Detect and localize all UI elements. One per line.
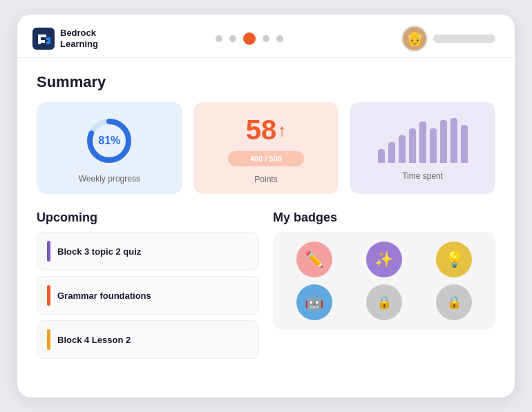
user-area: 👴 [401,26,495,52]
weekly-progress-card: 81% Weekly progress [37,102,182,194]
upcoming-text-2: Grammar foundations [57,291,151,301]
badge-locked-2: 🔒 [436,284,472,320]
nav-dot-4[interactable] [263,35,269,42]
bar-9 [461,125,468,163]
time-spent-card: Time spent [350,102,495,194]
donut-label: 81% [98,135,120,147]
nav-dot-5[interactable] [276,35,283,42]
svg-rect-0 [32,28,55,50]
badge-idea[interactable]: 💡 [436,242,472,277]
summary-cards: 81% Weekly progress 58 ↑ 480 / 500 Point… [37,102,495,194]
points-value: 58 ↑ [246,115,287,146]
badges-grid-wrap: ✏️ ✨ 💡 🤖 🔒 🔒 [273,232,495,330]
bar-6 [430,128,437,163]
badges-section: My badges ✏️ ✨ 💡 🤖 🔒 🔒 [273,210,495,359]
upcoming-item-3[interactable]: Block 4 Lesson 2 [37,320,259,359]
logo-text: Bedrock Learning [60,28,98,49]
upcoming-title: Upcoming [37,210,259,225]
badge-magic[interactable]: ✨ [366,242,402,277]
badge-pencil[interactable]: ✏️ [296,242,332,277]
header: Bedrock Learning 👴 [17,14,515,58]
donut-chart: 81% [84,116,134,166]
summary-title: Summary [37,73,495,91]
bar-4 [409,128,416,163]
main-content: Summary 81% Weekly progress 58 ↑ [17,58,515,398]
upcoming-dot-1 [47,241,50,262]
avatar[interactable]: 👴 [401,26,428,52]
nav-dot-2[interactable] [229,35,236,42]
nav-dot-3[interactable] [243,32,256,45]
logo-icon [32,28,55,50]
upcoming-dot-3 [47,329,50,350]
upcoming-item-1[interactable]: Block 3 topic 2 quiz [37,232,259,271]
upcoming-item-2[interactable]: Grammar foundations [37,276,259,315]
user-name-bar [433,35,495,43]
bar-2 [388,142,395,163]
upcoming-section: Upcoming Block 3 topic 2 quiz Grammar fo… [37,210,259,359]
upcoming-list: Block 3 topic 2 quiz Grammar foundations… [37,232,259,359]
logo-area: Bedrock Learning [32,28,98,50]
main-card: Bedrock Learning 👴 Summary [17,14,515,398]
upcoming-text-1: Block 3 topic 2 quiz [57,246,141,257]
bar-chart [378,118,468,163]
points-card: 58 ↑ 480 / 500 Points [193,102,339,194]
bottom-section: Upcoming Block 3 topic 2 quiz Grammar fo… [37,210,495,359]
weekly-progress-label: Weekly progress [79,174,140,184]
points-arrow-icon: ↑ [278,121,286,140]
badge-robot[interactable]: 🤖 [296,284,332,320]
points-label: Points [254,175,277,184]
time-spent-label: Time spent [402,171,443,181]
bar-5 [419,121,426,163]
badges-title: My badges [273,210,495,225]
nav-dots [216,32,283,45]
nav-dot-1[interactable] [216,35,222,42]
bar-3 [399,135,406,163]
points-progress-bar: 480 / 500 [228,151,304,166]
points-progress-label: 480 / 500 [250,155,282,163]
upcoming-dot-2 [47,285,50,306]
badge-locked-1: 🔒 [366,284,402,320]
bar-8 [450,118,457,163]
avatar-icon: 👴 [406,30,424,47]
badges-grid: ✏️ ✨ 💡 🤖 🔒 🔒 [283,242,486,320]
bar-7 [440,120,447,163]
bar-1 [378,149,385,163]
upcoming-text-3: Block 4 Lesson 2 [57,335,131,345]
